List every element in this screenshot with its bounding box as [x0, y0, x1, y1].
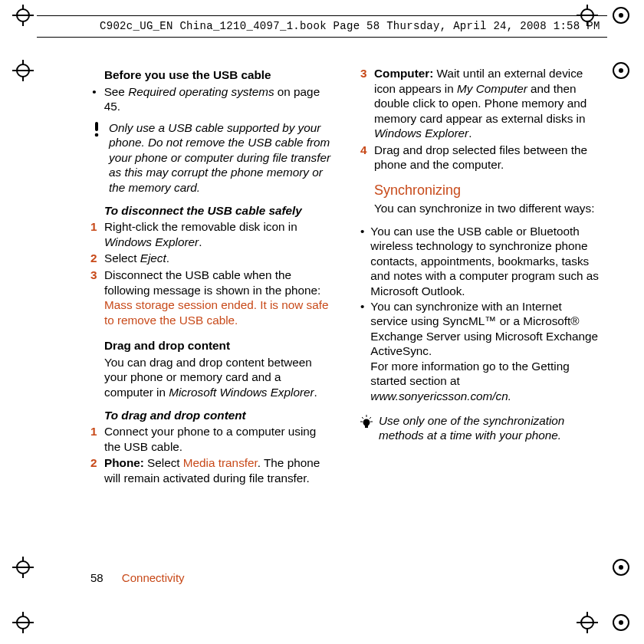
text: Select	[104, 251, 140, 264]
text: See	[104, 85, 128, 98]
page-footer: 58 Connectivity	[90, 571, 185, 584]
step-number: 2	[90, 251, 98, 266]
text: For more information go to the Getting s…	[370, 359, 601, 389]
step-item: 1Right-click the removable disk icon in …	[90, 219, 331, 249]
svg-rect-8	[365, 426, 368, 428]
label: Computer:	[374, 67, 433, 80]
url-text: www.sonyericsson.com/cn.	[370, 389, 511, 402]
section-name: Connectivity	[122, 571, 185, 584]
term: Required operating systems	[128, 85, 274, 98]
svg-line-4	[370, 417, 371, 419]
step-number: 3	[360, 66, 368, 141]
heading-disconnect: To disconnect the USB cable safely	[104, 203, 331, 219]
registration-icon	[610, 60, 632, 81]
svg-point-7	[363, 419, 370, 426]
steps-dragdrop: 1Connect your phone to a computer using …	[90, 424, 331, 485]
text: .	[166, 251, 169, 264]
heading-dragdrop: Drag and drop content	[104, 338, 331, 353]
header-rule	[37, 15, 607, 16]
page-number: 58	[90, 571, 104, 584]
registration-icon	[610, 557, 632, 578]
steps-dragdrop-cont: 3Computer: Wait until an external device…	[360, 66, 601, 172]
text: .	[468, 127, 472, 140]
crop-mark-icon	[12, 612, 34, 633]
step-item: 2Phone: Select Media transfer. The phone…	[90, 455, 331, 485]
label: Phone:	[104, 456, 144, 469]
text: Drag and drop selected files between the…	[374, 143, 601, 172]
crop-mark-icon	[12, 557, 34, 578]
text: You can use the USB cable or Bluetooth w…	[370, 224, 601, 299]
text: Connect your phone to a computer using t…	[104, 424, 331, 454]
bullet-icon: •	[90, 84, 98, 114]
text: Right-click the removable disk icon in	[104, 220, 297, 233]
term: Microsoft Windows Explorer	[169, 386, 314, 399]
step-number: 3	[90, 268, 98, 327]
crop-mark-icon	[12, 60, 34, 81]
step-number: 2	[90, 455, 98, 485]
menu-text: Media transfer	[183, 456, 258, 469]
text: Disconnect the USB cable when the follow…	[104, 268, 320, 297]
page: C902c_UG_EN China_1210_4097_1.book Page …	[0, 0, 644, 644]
bullet-icon: •	[360, 224, 364, 299]
heading-before-usb: Before you use the USB cable	[104, 67, 331, 83]
book-info: C902c_UG_EN China_1210_4097_1.book Page …	[100, 20, 600, 32]
step-item: 1Connect your phone to a computer using …	[90, 424, 331, 454]
step-number: 1	[90, 424, 98, 454]
step-number: 4	[360, 143, 368, 172]
tip-text: Use only one of the synchronization meth…	[379, 413, 601, 443]
list-item: • You can use the USB cable or Bluetooth…	[360, 224, 601, 299]
column-right: 3Computer: Wait until an external device…	[360, 66, 601, 487]
svg-rect-0	[95, 122, 98, 131]
term: Windows Explorer	[374, 127, 468, 140]
tip-icon	[360, 413, 373, 443]
warning-text: Only use a USB cable supported by your p…	[109, 120, 331, 196]
term: Windows Explorer	[104, 235, 199, 248]
header-rule-lower	[37, 37, 607, 38]
step-item: 3Computer: Wait until an external device…	[360, 66, 601, 141]
steps-disconnect: 1Right-click the removable disk icon in …	[90, 219, 331, 327]
column-left: Before you use the USB cable • See Requi…	[90, 66, 331, 487]
crop-mark-icon	[12, 5, 34, 26]
bullet-icon: •	[360, 299, 364, 404]
paragraph: You can drag and drop content between yo…	[104, 355, 331, 400]
registration-icon	[610, 612, 632, 633]
step-item: 2Select Eject.	[90, 251, 331, 266]
term: Eject	[140, 251, 166, 264]
heading-to-dragdrop: To drag and drop content	[104, 408, 331, 423]
status-text: Mass storage session ended. It is now sa…	[104, 298, 329, 327]
crop-mark-icon	[577, 612, 598, 633]
step-item: 4Drag and drop selected files between th…	[360, 143, 601, 172]
list-item: • You can synchronize with an Internet s…	[360, 299, 601, 404]
svg-point-1	[95, 133, 99, 136]
warning-icon	[90, 120, 103, 196]
text: You can synchronize with an Internet ser…	[370, 299, 601, 359]
step-number: 1	[90, 219, 98, 249]
registration-icon	[610, 5, 632, 26]
step-item: 3Disconnect the USB cable when the follo…	[90, 268, 331, 327]
tip-note: Use only one of the synchronization meth…	[360, 413, 601, 443]
svg-line-3	[362, 417, 363, 419]
text: Select	[144, 456, 183, 469]
text: .	[314, 386, 317, 399]
heading-synchronizing: Synchronizing	[374, 182, 601, 199]
list-item: • See Required operating systems on page…	[90, 84, 331, 114]
text: .	[199, 235, 202, 248]
content-area: Before you use the USB cable • See Requi…	[90, 66, 613, 487]
paragraph: You can synchronize in two different way…	[374, 201, 601, 216]
warning-note: Only use a USB cable supported by your p…	[90, 120, 331, 196]
term: My Computer	[457, 82, 527, 95]
